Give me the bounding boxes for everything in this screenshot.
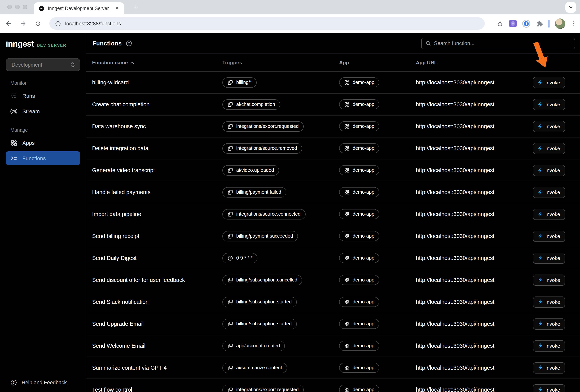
profile-avatar[interactable] bbox=[555, 18, 565, 29]
app-badge[interactable]: demo-app bbox=[339, 363, 379, 373]
trigger-badge[interactable]: billing/subscription.started bbox=[222, 297, 297, 307]
invoke-button[interactable]: Invoke bbox=[533, 99, 565, 110]
password-manager-icon[interactable] bbox=[522, 19, 530, 27]
invoke-button[interactable]: Invoke bbox=[533, 362, 565, 373]
function-name[interactable]: Data warehouse sync bbox=[92, 123, 222, 129]
search-input[interactable] bbox=[434, 40, 571, 46]
apps-icon bbox=[344, 211, 350, 217]
invoke-button[interactable]: Invoke bbox=[533, 296, 565, 307]
apps-icon bbox=[344, 299, 350, 304]
bolt-icon bbox=[538, 277, 542, 283]
app-badge[interactable]: demo-app bbox=[339, 253, 379, 263]
reload-button[interactable] bbox=[32, 17, 44, 30]
help-and-feedback[interactable]: ? Help and Feedback bbox=[6, 379, 80, 386]
invoke-button[interactable]: Invoke bbox=[533, 384, 565, 392]
invoke-button[interactable]: Invoke bbox=[533, 187, 565, 198]
trigger-badge[interactable]: billing/* bbox=[222, 77, 257, 88]
column-function-name[interactable]: Function name bbox=[92, 60, 222, 66]
invoke-button[interactable]: Invoke bbox=[533, 252, 565, 264]
bolt-icon bbox=[538, 233, 542, 239]
app-badge[interactable]: demo-app bbox=[339, 99, 379, 109]
minimize-window-button[interactable] bbox=[15, 5, 20, 9]
app-badge[interactable]: demo-app bbox=[339, 297, 379, 307]
environment-selector[interactable]: Development bbox=[6, 58, 80, 71]
bolt-icon bbox=[538, 168, 542, 173]
column-triggers: Triggers bbox=[222, 60, 339, 66]
bolt-icon bbox=[538, 321, 542, 326]
app-badge[interactable]: demo-app bbox=[339, 209, 379, 219]
function-name[interactable]: Import data pipeline bbox=[92, 211, 222, 217]
trigger-badge[interactable]: billing/subscription.cancelled bbox=[222, 275, 302, 285]
browser-menu-icon[interactable] bbox=[571, 20, 577, 27]
app-url: http://localhost:3030/api/inngest bbox=[416, 387, 533, 392]
table-row: Handle failed payments billing/payment.f… bbox=[86, 181, 580, 203]
url-bar[interactable]: localhost:8288/functions bbox=[49, 17, 485, 30]
function-name[interactable]: Send Daily Digest bbox=[92, 255, 222, 261]
sidebar-item-functions[interactable]: Functions bbox=[6, 151, 80, 165]
extensions-puzzle-icon[interactable] bbox=[536, 20, 543, 27]
app-badge[interactable]: demo-app bbox=[339, 319, 379, 329]
sidebar-item-apps[interactable]: Apps bbox=[6, 136, 80, 150]
invoke-button[interactable]: Invoke bbox=[533, 165, 565, 176]
function-name[interactable]: Send Upgrade Email bbox=[92, 321, 222, 327]
trigger-badge[interactable]: billing/payment.failed bbox=[222, 187, 286, 197]
app-badge[interactable]: demo-app bbox=[339, 77, 379, 88]
trigger-badge[interactable]: 0 9 * * * bbox=[222, 253, 258, 263]
trigger-badge[interactable]: ai/summarize.content bbox=[222, 363, 287, 373]
app-badge[interactable]: demo-app bbox=[339, 275, 379, 285]
trigger-badge[interactable]: ai/video.uploaded bbox=[222, 165, 279, 175]
app-url: http://localhost:3030/api/inngest bbox=[416, 145, 533, 151]
invoke-button[interactable]: Invoke bbox=[533, 230, 565, 242]
tab-search-button[interactable] bbox=[565, 2, 576, 13]
app-badge[interactable]: demo-app bbox=[339, 187, 379, 197]
event-icon bbox=[227, 123, 233, 129]
function-name[interactable]: Send billing receipt bbox=[92, 233, 222, 239]
function-name[interactable]: billing-wildcard bbox=[92, 79, 222, 86]
invoke-button[interactable]: Invoke bbox=[533, 121, 565, 132]
trigger-badge[interactable]: integrations/source.removed bbox=[222, 143, 302, 153]
app-badge[interactable]: demo-app bbox=[339, 231, 379, 241]
page-help-icon[interactable]: ? bbox=[126, 40, 132, 47]
function-name[interactable]: Summarize content via GPT-4 bbox=[92, 365, 222, 371]
app-badge[interactable]: demo-app bbox=[339, 121, 379, 131]
app-badge[interactable]: demo-app bbox=[339, 385, 379, 392]
function-name[interactable]: Delete integration data bbox=[92, 145, 222, 151]
trigger-badge[interactable]: app/account.created bbox=[222, 341, 285, 351]
trigger-badge[interactable]: ai/chat.completion bbox=[222, 99, 280, 109]
app-badge[interactable]: demo-app bbox=[339, 143, 379, 153]
invoke-button[interactable]: Invoke bbox=[533, 143, 565, 154]
function-name[interactable]: Send Welcome Email bbox=[92, 343, 222, 349]
search-box[interactable] bbox=[421, 38, 575, 49]
new-tab-button[interactable]: + bbox=[130, 1, 142, 13]
invoke-button[interactable]: Invoke bbox=[533, 340, 565, 351]
function-name[interactable]: Test flow control bbox=[92, 387, 222, 392]
function-name[interactable]: Handle failed payments bbox=[92, 189, 222, 195]
forward-button[interactable] bbox=[17, 17, 29, 30]
invoke-button[interactable]: Invoke bbox=[533, 208, 565, 220]
trigger-badge[interactable]: billing/subscription.started bbox=[222, 319, 297, 329]
function-name[interactable]: Send Slack notification bbox=[92, 299, 222, 305]
sidebar-item-stream[interactable]: Stream bbox=[6, 104, 80, 118]
browser-tab[interactable]: Inngest Development Server ✕ bbox=[34, 2, 124, 14]
close-window-button[interactable] bbox=[7, 5, 12, 9]
sidebar-item-runs[interactable]: Runs bbox=[6, 89, 80, 103]
trigger-badge[interactable]: integrations/source.connected bbox=[222, 209, 306, 219]
function-name[interactable]: Generate video transcript bbox=[92, 167, 222, 173]
back-button[interactable] bbox=[2, 17, 15, 30]
zoom-window-button[interactable] bbox=[23, 5, 27, 9]
tab-close-icon[interactable]: ✕ bbox=[114, 5, 120, 11]
extension-icon[interactable] bbox=[509, 20, 517, 27]
dev-server-badge: DEV SERVER bbox=[37, 43, 66, 47]
invoke-button[interactable]: Invoke bbox=[533, 318, 565, 329]
trigger-badge[interactable]: billing/payment.succeeded bbox=[222, 231, 298, 241]
invoke-button[interactable]: Invoke bbox=[533, 77, 565, 88]
bookmark-star-icon[interactable] bbox=[496, 20, 504, 27]
invoke-button[interactable]: Invoke bbox=[533, 274, 565, 286]
trigger-badge[interactable]: integrations/export.requested bbox=[222, 121, 304, 131]
function-name[interactable]: Send discount offer for user feedback bbox=[92, 277, 222, 283]
app-badge[interactable]: demo-app bbox=[339, 341, 379, 351]
function-name[interactable]: Create chat completion bbox=[92, 101, 222, 107]
trigger-badge[interactable]: integrations/export.requested bbox=[222, 385, 304, 392]
app-badge[interactable]: demo-app bbox=[339, 165, 379, 175]
app-url: http://localhost:3030/api/inngest bbox=[416, 79, 533, 86]
